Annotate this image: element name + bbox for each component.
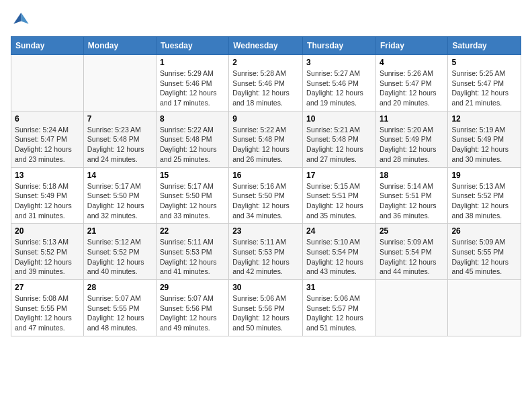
day-number: 20: [15, 226, 80, 236]
day-info: Sunrise: 5:18 AM Sunset: 5:49 PM Dayligh…: [15, 181, 80, 221]
day-number: 23: [232, 226, 299, 236]
day-info: Sunrise: 5:21 AM Sunset: 5:48 PM Dayligh…: [306, 125, 372, 165]
day-cell: [11, 55, 84, 111]
day-cell: 13Sunrise: 5:18 AM Sunset: 5:49 PM Dayli…: [11, 167, 84, 224]
day-info: Sunrise: 5:09 AM Sunset: 5:55 PM Dayligh…: [451, 237, 517, 277]
day-cell: 16Sunrise: 5:16 AM Sunset: 5:50 PM Dayli…: [229, 167, 303, 224]
day-number: 7: [87, 114, 152, 124]
day-cell: [83, 55, 156, 111]
day-info: Sunrise: 5:22 AM Sunset: 5:48 PM Dayligh…: [232, 125, 299, 165]
day-cell: 28Sunrise: 5:07 AM Sunset: 5:55 PM Dayli…: [83, 280, 156, 336]
svg-marker-0: [21, 13, 28, 24]
day-number: 30: [232, 283, 299, 292]
week-row-4: 20Sunrise: 5:13 AM Sunset: 5:52 PM Dayli…: [11, 224, 521, 280]
header-saturday: Saturday: [448, 37, 521, 55]
day-info: Sunrise: 5:08 AM Sunset: 5:55 PM Dayligh…: [15, 293, 80, 333]
header-wednesday: Wednesday: [229, 37, 303, 55]
day-number: 6: [15, 114, 80, 124]
svg-marker-1: [13, 13, 21, 24]
day-number: 27: [15, 283, 80, 292]
day-number: 31: [306, 283, 372, 292]
day-cell: 6Sunrise: 5:24 AM Sunset: 5:47 PM Daylig…: [11, 111, 84, 167]
day-info: Sunrise: 5:24 AM Sunset: 5:47 PM Dayligh…: [15, 125, 80, 165]
day-info: Sunrise: 5:13 AM Sunset: 5:52 PM Dayligh…: [451, 181, 517, 221]
days-header-row: SundayMondayTuesdayWednesdayThursdayFrid…: [11, 37, 521, 55]
day-number: 1: [160, 58, 225, 67]
day-info: Sunrise: 5:22 AM Sunset: 5:48 PM Dayligh…: [160, 125, 225, 165]
day-cell: [448, 280, 521, 336]
day-number: 25: [380, 226, 444, 236]
day-cell: 1Sunrise: 5:29 AM Sunset: 5:46 PM Daylig…: [156, 55, 228, 111]
day-cell: 18Sunrise: 5:14 AM Sunset: 5:51 PM Dayli…: [375, 167, 447, 224]
week-row-5: 27Sunrise: 5:08 AM Sunset: 5:55 PM Dayli…: [11, 280, 521, 336]
day-cell: 7Sunrise: 5:23 AM Sunset: 5:48 PM Daylig…: [83, 111, 156, 167]
day-number: 14: [87, 171, 152, 180]
day-number: 11: [380, 114, 444, 124]
day-cell: 26Sunrise: 5:09 AM Sunset: 5:55 PM Dayli…: [448, 224, 521, 280]
day-info: Sunrise: 5:13 AM Sunset: 5:52 PM Dayligh…: [15, 237, 80, 277]
header-monday: Monday: [83, 37, 156, 55]
day-info: Sunrise: 5:19 AM Sunset: 5:49 PM Dayligh…: [451, 125, 517, 165]
day-cell: 17Sunrise: 5:15 AM Sunset: 5:51 PM Dayli…: [303, 167, 376, 224]
day-number: 26: [451, 226, 517, 236]
day-cell: 11Sunrise: 5:20 AM Sunset: 5:49 PM Dayli…: [375, 111, 447, 167]
header-thursday: Thursday: [303, 37, 376, 55]
day-number: 8: [160, 114, 225, 124]
day-number: 22: [160, 226, 225, 236]
day-cell: 23Sunrise: 5:11 AM Sunset: 5:53 PM Dayli…: [229, 224, 303, 280]
header-friday: Friday: [375, 37, 447, 55]
day-number: 19: [451, 171, 517, 180]
day-number: 17: [306, 171, 372, 180]
day-cell: 2Sunrise: 5:28 AM Sunset: 5:46 PM Daylig…: [229, 55, 303, 111]
day-number: 16: [232, 171, 299, 180]
day-number: 18: [380, 171, 444, 180]
day-number: 12: [451, 114, 517, 124]
day-cell: 21Sunrise: 5:12 AM Sunset: 5:52 PM Dayli…: [83, 224, 156, 280]
day-info: Sunrise: 5:17 AM Sunset: 5:50 PM Dayligh…: [87, 181, 152, 221]
day-cell: 19Sunrise: 5:13 AM Sunset: 5:52 PM Dayli…: [448, 167, 521, 224]
day-number: 9: [232, 114, 299, 124]
day-number: 13: [15, 171, 80, 180]
day-cell: 12Sunrise: 5:19 AM Sunset: 5:49 PM Dayli…: [448, 111, 521, 167]
day-info: Sunrise: 5:23 AM Sunset: 5:48 PM Dayligh…: [87, 125, 152, 165]
day-info: Sunrise: 5:15 AM Sunset: 5:51 PM Dayligh…: [306, 181, 372, 221]
calendar-table: SundayMondayTuesdayWednesdayThursdayFrid…: [11, 36, 521, 336]
day-number: 29: [160, 283, 225, 292]
day-number: 4: [380, 58, 444, 67]
day-info: Sunrise: 5:09 AM Sunset: 5:54 PM Dayligh…: [380, 237, 444, 277]
day-cell: 30Sunrise: 5:06 AM Sunset: 5:56 PM Dayli…: [229, 280, 303, 336]
day-number: 5: [451, 58, 517, 67]
week-row-3: 13Sunrise: 5:18 AM Sunset: 5:49 PM Dayli…: [11, 167, 521, 224]
day-info: Sunrise: 5:28 AM Sunset: 5:46 PM Dayligh…: [232, 68, 299, 108]
day-cell: 9Sunrise: 5:22 AM Sunset: 5:48 PM Daylig…: [229, 111, 303, 167]
day-cell: 29Sunrise: 5:07 AM Sunset: 5:56 PM Dayli…: [156, 280, 228, 336]
day-cell: 14Sunrise: 5:17 AM Sunset: 5:50 PM Dayli…: [83, 167, 156, 224]
logo-icon: [11, 11, 30, 30]
day-cell: 27Sunrise: 5:08 AM Sunset: 5:55 PM Dayli…: [11, 280, 84, 336]
day-info: Sunrise: 5:06 AM Sunset: 5:57 PM Dayligh…: [306, 293, 372, 333]
day-cell: 10Sunrise: 5:21 AM Sunset: 5:48 PM Dayli…: [303, 111, 376, 167]
day-number: 24: [306, 226, 372, 236]
day-info: Sunrise: 5:10 AM Sunset: 5:54 PM Dayligh…: [306, 237, 372, 277]
day-cell: 4Sunrise: 5:26 AM Sunset: 5:47 PM Daylig…: [375, 55, 447, 111]
day-cell: 20Sunrise: 5:13 AM Sunset: 5:52 PM Dayli…: [11, 224, 84, 280]
logo: [11, 11, 32, 30]
page-header: [11, 11, 521, 30]
day-cell: 31Sunrise: 5:06 AM Sunset: 5:57 PM Dayli…: [303, 280, 376, 336]
day-info: Sunrise: 5:11 AM Sunset: 5:53 PM Dayligh…: [160, 237, 225, 277]
day-info: Sunrise: 5:29 AM Sunset: 5:46 PM Dayligh…: [160, 68, 225, 108]
day-info: Sunrise: 5:14 AM Sunset: 5:51 PM Dayligh…: [380, 181, 444, 221]
day-info: Sunrise: 5:27 AM Sunset: 5:46 PM Dayligh…: [306, 68, 372, 108]
day-info: Sunrise: 5:26 AM Sunset: 5:47 PM Dayligh…: [380, 68, 444, 108]
day-info: Sunrise: 5:20 AM Sunset: 5:49 PM Dayligh…: [380, 125, 444, 165]
week-row-2: 6Sunrise: 5:24 AM Sunset: 5:47 PM Daylig…: [11, 111, 521, 167]
header-sunday: Sunday: [11, 37, 84, 55]
day-info: Sunrise: 5:12 AM Sunset: 5:52 PM Dayligh…: [87, 237, 152, 277]
day-number: 15: [160, 171, 225, 180]
day-number: 21: [87, 226, 152, 236]
day-cell: 5Sunrise: 5:25 AM Sunset: 5:47 PM Daylig…: [448, 55, 521, 111]
day-info: Sunrise: 5:11 AM Sunset: 5:53 PM Dayligh…: [232, 237, 299, 277]
day-number: 10: [306, 114, 372, 124]
day-cell: 3Sunrise: 5:27 AM Sunset: 5:46 PM Daylig…: [303, 55, 376, 111]
day-number: 3: [306, 58, 372, 67]
